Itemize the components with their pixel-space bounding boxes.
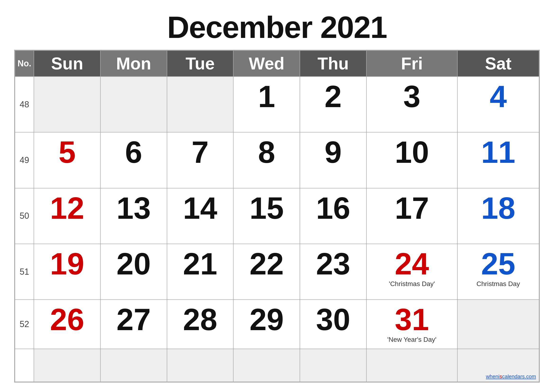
holiday-label: 'New Year's Day' [369,336,454,343]
day-number: 14 [170,193,230,224]
watermark-cell: wheniscalendars.com [457,349,539,382]
week-number: 49 [15,132,34,188]
day-number: 1 [236,81,297,112]
day-number: 29 [236,304,297,335]
day-number: 28 [170,304,230,335]
table-row: 25Christmas Day [457,244,539,300]
day-number: 20 [104,248,164,279]
table-row: 18 [457,188,539,244]
day-number: 22 [236,248,297,279]
col-header-sat: Sat [457,50,539,77]
table-row: 11 [457,132,539,188]
empty-cell [233,349,300,382]
col-header-tue: Tue [167,50,234,77]
table-row: 10 [367,132,457,188]
col-header-mon: Mon [100,50,167,77]
day-number: 9 [303,137,363,168]
col-header-no: No. [15,50,34,77]
day-number: 25 [460,248,536,279]
table-row: 15 [233,188,300,244]
table-row: 23 [300,244,367,300]
week-number-empty [15,349,34,382]
table-row: 30 [300,300,367,349]
table-row: 4 [457,77,539,132]
day-number: 10 [369,137,454,168]
day-number: 12 [37,193,97,224]
table-row: 19 [34,244,100,300]
day-number: 31 [369,304,454,335]
day-number: 21 [170,248,230,279]
day-number: 19 [37,248,97,279]
day-number: 4 [460,81,536,112]
table-row [167,77,234,132]
table-row: 24'Christmas Day' [367,244,457,300]
table-row: 3 [367,77,457,132]
table-row: 7 [167,132,234,188]
col-header-sun: Sun [34,50,100,77]
table-row: 6 [100,132,167,188]
col-header-fri: Fri [367,50,457,77]
holiday-label: Christmas Day [460,280,536,288]
day-number: 24 [369,248,454,279]
col-header-thu: Thu [300,50,367,77]
table-row: 2 [300,77,367,132]
empty-cell [34,349,100,382]
day-number: 13 [104,193,164,224]
day-number: 2 [303,81,363,112]
table-row: 17 [367,188,457,244]
table-row [457,300,539,349]
table-row: 8 [233,132,300,188]
day-number: 11 [460,137,536,168]
table-row: 31'New Year's Day' [367,300,457,349]
day-number: 27 [104,304,164,335]
day-number: 18 [460,193,536,224]
table-row: 14 [167,188,234,244]
empty-cell [367,349,457,382]
day-number: 17 [369,193,454,224]
table-row: 20 [100,244,167,300]
table-row [34,77,100,132]
day-number: 26 [37,304,97,335]
week-number: 51 [15,244,34,300]
table-row: 16 [300,188,367,244]
empty-cell [300,349,367,382]
empty-cell [100,349,167,382]
table-row: 29 [233,300,300,349]
day-number: 6 [104,137,164,168]
day-number: 30 [303,304,363,335]
table-row: 5 [34,132,100,188]
table-row: 1 [233,77,300,132]
table-row: 26 [34,300,100,349]
day-number: 7 [170,137,230,168]
table-row: 12 [34,188,100,244]
day-number: 15 [236,193,297,224]
day-number: 8 [236,137,297,168]
table-row [100,77,167,132]
table-row: 22 [233,244,300,300]
table-row: 28 [167,300,234,349]
col-header-wed: Wed [233,50,300,77]
calendar: No. Sun Mon Tue Wed Thu Fri Sat 48123449… [14,50,540,383]
table-row: 13 [100,188,167,244]
day-number: 5 [37,137,97,168]
empty-cell [167,349,234,382]
week-number: 52 [15,300,34,349]
table-row: 9 [300,132,367,188]
day-number: 16 [303,193,363,224]
table-row: 27 [100,300,167,349]
week-number: 50 [15,188,34,244]
day-number: 3 [369,81,454,112]
holiday-label: 'Christmas Day' [369,280,454,288]
watermark-link: wheniscalendars.com [486,373,536,380]
table-row: 21 [167,244,234,300]
day-number: 23 [303,248,363,279]
week-number: 48 [15,77,34,132]
page-title: December 2021 [167,9,387,45]
